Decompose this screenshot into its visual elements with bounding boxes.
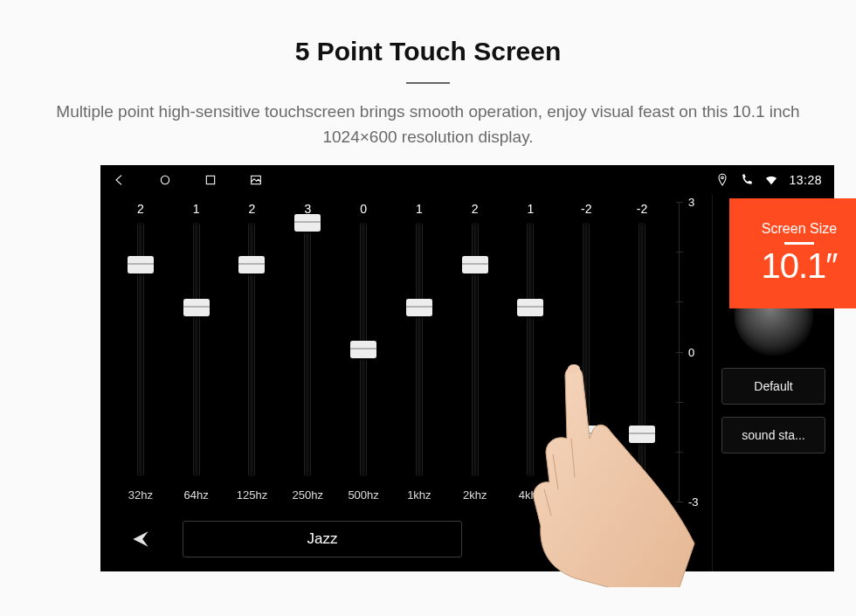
- eq-slider-thumb[interactable]: [629, 426, 655, 443]
- eq-band: -28khz: [562, 202, 611, 502]
- eq-slider-thumb[interactable]: [406, 299, 432, 316]
- device-stage: 13:28 232hz164hz2125hz3250hz0500hz11khz2…: [100, 165, 834, 571]
- promo-title: 5 Point Touch Screen: [0, 0, 856, 66]
- preset-prev-button[interactable]: [114, 522, 167, 557]
- eq-band-freq: 250hz: [293, 488, 323, 502]
- equalizer-bands: 232hz164hz2125hz3250hz0500hz11khz22khz14…: [107, 202, 675, 502]
- screen-size-callout: Screen Size 10.1″: [729, 198, 856, 308]
- eq-slider[interactable]: [133, 223, 148, 476]
- eq-scale-label: 0: [688, 345, 694, 358]
- eq-band-freq: 8khz: [575, 488, 598, 502]
- callout-label: Screen Size: [762, 221, 837, 237]
- eq-slider-thumb[interactable]: [573, 426, 599, 443]
- eq-band: 22khz: [451, 202, 500, 502]
- default-button[interactable]: Default: [721, 368, 825, 405]
- eq-band-freq: 500hz: [348, 488, 378, 502]
- promo-divider: [406, 82, 450, 84]
- eq-band: 11khz: [395, 202, 444, 502]
- eq-scale-label: -3: [688, 495, 699, 509]
- eq-band-value: 2: [249, 202, 256, 216]
- preset-label: Jazz: [307, 530, 338, 548]
- wifi-icon: [764, 173, 778, 187]
- phone-icon: [740, 173, 754, 187]
- preset-button[interactable]: Jazz: [183, 521, 462, 557]
- eq-band: 0500hz: [339, 202, 388, 502]
- back-icon[interactable]: [113, 173, 127, 187]
- eq-band-freq: 32hz: [128, 488, 153, 502]
- eq-band-value: -2: [581, 202, 591, 216]
- svg-point-3: [721, 176, 724, 179]
- eq-band-value: -2: [637, 202, 647, 216]
- eq-band-freq: 2khz: [463, 488, 487, 502]
- home-icon[interactable]: [158, 173, 172, 187]
- eq-band-value: 0: [360, 202, 367, 216]
- eq-band: -216khz: [618, 202, 666, 502]
- eq-band: 232hz: [116, 202, 165, 502]
- eq-band: 3250hz: [283, 202, 332, 502]
- callout-value: 10.1″: [761, 246, 837, 286]
- eq-band-value: 2: [137, 202, 144, 216]
- eq-slider[interactable]: [189, 223, 204, 476]
- eq-band: 164hz: [172, 202, 221, 502]
- svg-point-0: [161, 176, 169, 183]
- eq-band-value: 1: [528, 202, 535, 216]
- eq-band-value: 2: [472, 202, 479, 216]
- callout-divider: [784, 242, 814, 245]
- eq-band: 2125hz: [228, 202, 277, 502]
- eq-band-value: 1: [416, 202, 423, 216]
- default-button-label: Default: [754, 379, 792, 393]
- eq-slider[interactable]: [578, 223, 594, 476]
- status-bar: 13:28: [100, 165, 834, 195]
- eq-slider-thumb[interactable]: [183, 299, 210, 316]
- eq-slider[interactable]: [634, 223, 650, 476]
- sound-stage-button-label: sound sta...: [742, 428, 804, 442]
- image-icon[interactable]: [249, 173, 263, 187]
- promo-subtitle: Multiple point high-sensitive touchscree…: [48, 100, 808, 149]
- location-icon: [715, 173, 729, 187]
- eq-slider[interactable]: [467, 223, 483, 476]
- sound-stage-button[interactable]: sound sta...: [721, 417, 825, 453]
- eq-band-freq: 64hz: [184, 488, 209, 502]
- eq-band-freq: 125hz: [237, 488, 267, 502]
- eq-band-freq: 1khz: [407, 488, 431, 502]
- eq-slider-thumb[interactable]: [517, 299, 543, 316]
- eq-slider[interactable]: [244, 223, 259, 476]
- equalizer-scale: 30-3: [679, 202, 705, 502]
- eq-slider-thumb[interactable]: [238, 256, 265, 273]
- clock-text: 13:28: [789, 173, 822, 187]
- preset-row: Jazz: [107, 516, 705, 563]
- eq-slider[interactable]: [522, 223, 538, 476]
- eq-slider[interactable]: [411, 223, 427, 476]
- eq-band-freq: 16khz: [627, 488, 658, 502]
- device-screen: 13:28 232hz164hz2125hz3250hz0500hz11khz2…: [100, 165, 834, 571]
- recent-apps-icon[interactable]: [204, 173, 217, 187]
- svg-rect-1: [206, 176, 214, 183]
- eq-band-value: 1: [193, 202, 200, 216]
- eq-slider[interactable]: [300, 223, 315, 476]
- equalizer-panel: 232hz164hz2125hz3250hz0500hz11khz22khz14…: [100, 195, 712, 571]
- eq-slider-thumb[interactable]: [128, 256, 154, 273]
- eq-slider[interactable]: [356, 223, 371, 476]
- eq-slider-thumb[interactable]: [350, 341, 376, 358]
- eq-slider-thumb[interactable]: [462, 256, 488, 273]
- eq-slider-thumb[interactable]: [294, 214, 321, 232]
- eq-band-freq: 4khz: [519, 488, 542, 502]
- eq-scale-label: 3: [688, 196, 694, 209]
- equalizer-grid: 232hz164hz2125hz3250hz0500hz11khz22khz14…: [107, 202, 705, 502]
- eq-band: 14khz: [507, 202, 556, 502]
